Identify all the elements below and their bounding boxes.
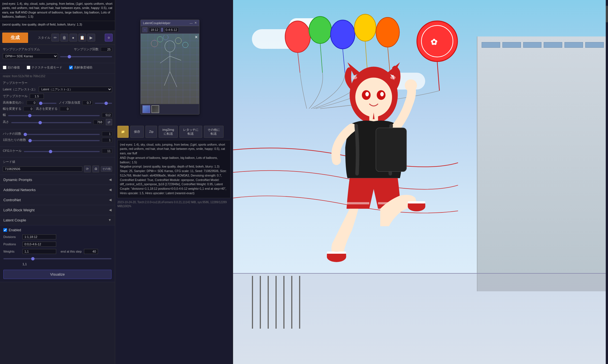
- helper-image-close-icon[interactable]: ✕: [195, 35, 198, 39]
- helper-grid-overlay: [141, 34, 199, 104]
- sampling-count-slider[interactable]: [60, 56, 112, 57]
- dynamic-prompts-header[interactable]: Dynamic Prompts ◀: [0, 175, 115, 185]
- other-button[interactable]: その他に転送: [204, 126, 224, 138]
- seed-input[interactable]: [3, 166, 82, 171]
- controlnet-header[interactable]: ControlNet ◀: [0, 195, 115, 205]
- hires-value-input[interactable]: [27, 100, 37, 105]
- lc-weights-input[interactable]: [22, 249, 56, 254]
- seed-etc-button[interactable]: その他: [101, 166, 112, 172]
- generate-button[interactable]: 生成: [2, 33, 28, 43]
- helper-thumb-2[interactable]: [151, 105, 159, 113]
- img2img-button[interactable]: img2imgに転送: [159, 126, 178, 138]
- cfg-value: 11: [102, 149, 112, 153]
- svg-point-32: [380, 92, 384, 96]
- lc-positions-input[interactable]: [22, 242, 56, 247]
- denoise-slider[interactable]: [95, 103, 112, 104]
- window: [564, 42, 583, 48]
- width-change-input[interactable]: [24, 107, 34, 111]
- hires-slider[interactable]: [39, 103, 56, 104]
- latent-couple-label: Latent Couple: [3, 218, 26, 222]
- retouch-button[interactable]: レタッチに転送: [179, 126, 202, 138]
- fence-post: [268, 276, 269, 329]
- lc-end-step-input[interactable]: [84, 249, 98, 254]
- sampling-count-input[interactable]: [101, 47, 112, 52]
- visualize-button[interactable]: Visualize: [3, 270, 111, 279]
- style-icon-3[interactable]: ●: [69, 34, 77, 42]
- batch-count-value: 1: [102, 132, 112, 136]
- face-restore-checkbox-label[interactable]: 顔の修復: [3, 65, 20, 70]
- upscaler-row: アップスケーラー: [3, 81, 112, 85]
- width-change-label: 幅を変更する: [3, 107, 21, 111]
- zip-button[interactable]: Zip: [145, 126, 157, 138]
- batch-count-slider[interactable]: [24, 134, 100, 135]
- fence-post: [291, 276, 292, 329]
- right-panel-scrollbar-thumb[interactable]: [606, 6, 608, 22]
- sampling-row: サンプリングアルゴリズム サンプリング回数: [3, 47, 112, 52]
- right-panel-scrollbar[interactable]: [606, 0, 608, 364]
- dynamic-prompts-label: Dynamic Prompts: [3, 178, 32, 182]
- middle-panel: LatentCoupleHelper — ✕ − 18:12 0-4:6-12 …: [115, 0, 233, 364]
- width-px-value: 512: [102, 113, 112, 117]
- character-area: [308, 55, 439, 328]
- hires-fix-checkbox[interactable]: [69, 66, 73, 69]
- height-slider[interactable]: [11, 122, 91, 123]
- denoise-value-input[interactable]: [83, 100, 93, 105]
- character-svg: [308, 55, 439, 328]
- helper-minimize-icon[interactable]: —: [190, 21, 193, 25]
- svg-rect-38: [327, 251, 346, 254]
- upscaler-controls: Latent（ニアレスト-エ） Latent（ニアレスト-エ）: [3, 87, 112, 92]
- svg-point-17: [354, 14, 376, 41]
- folder-button[interactable]: 📁: [117, 126, 129, 138]
- action-buttons-row: 📁 保存 Zip img2imgに転送 レタッチに転送 その他に転送: [117, 126, 231, 138]
- tile-generate-checkbox-label[interactable]: テクスチャ生成モード: [27, 65, 62, 70]
- width-slider[interactable]: [8, 115, 100, 116]
- helper-thumb-2-bg: [152, 106, 159, 113]
- helper-tool-minus[interactable]: −: [142, 27, 147, 32]
- style-extra-button[interactable]: ⚙: [105, 34, 113, 42]
- lc-divisions-label: Divisions: [3, 235, 20, 239]
- swap-dimensions-button[interactable]: ⇄: [106, 119, 112, 125]
- lora-block-header[interactable]: LoRA Block Weight ◀: [0, 205, 115, 215]
- denoise-label: ノイズ除去強度: [59, 100, 80, 105]
- latent-couple-helper-window: LatentCoupleHelper — ✕ − 18:12 0-4:6-12 …: [140, 20, 199, 115]
- svg-text:✿: ✿: [430, 38, 437, 47]
- dynamic-prompts-arrow: ◀: [109, 178, 111, 182]
- hires-slider-container: [39, 101, 56, 105]
- upscaler-method-select[interactable]: Latent（ニアレスト-エ）: [39, 87, 112, 92]
- helper-thumb-1[interactable]: [142, 105, 150, 113]
- lc-enabled-checkbox[interactable]: [3, 228, 7, 232]
- height-px-value: 768: [94, 120, 104, 124]
- cfg-slider[interactable]: [24, 151, 100, 152]
- style-icon-5[interactable]: ▶: [87, 34, 95, 42]
- lc-divisions-input[interactable]: [22, 234, 56, 239]
- width-label: 幅: [3, 113, 6, 117]
- seed-reuse-button[interactable]: ♻: [92, 166, 99, 172]
- hires-denoise-row: 高画像度化の： ノイズ除去強度: [3, 100, 112, 105]
- style-icon-4[interactable]: 📋: [78, 34, 86, 42]
- style-icon-1[interactable]: ✏: [51, 34, 59, 42]
- face-restore-checkbox[interactable]: [3, 66, 6, 69]
- helper-close-icon[interactable]: ✕: [194, 21, 197, 25]
- sampling-method-select[interactable]: DPM++ SDE Karras: [3, 53, 58, 59]
- additional-networks-header[interactable]: Additional Networks ◀: [0, 185, 115, 195]
- svg-point-15: [331, 20, 355, 49]
- fence-post: [275, 276, 277, 329]
- tile-generate-checkbox[interactable]: [27, 66, 30, 69]
- height-change-input[interactable]: [60, 107, 70, 111]
- scale-value-input[interactable]: [30, 94, 44, 99]
- seed-reset-button[interactable]: ⟳: [84, 166, 91, 172]
- lc-end-step-slider[interactable]: [3, 258, 111, 259]
- output-desc-text: (red eyes: 1.4), sky, cloud, solo, jumpi…: [120, 143, 227, 195]
- style-icon-2[interactable]: 🗑: [60, 34, 68, 42]
- save-button[interactable]: 保存: [130, 126, 144, 138]
- lc-divisions-row: Divisions: [3, 234, 111, 239]
- hires-fix-checkbox-label[interactable]: 高解像度補助: [69, 65, 92, 70]
- lc-weights-row: Weights end at this step: [3, 249, 111, 254]
- helper-value-1: 18:12: [149, 28, 160, 32]
- latent-couple-header[interactable]: Latent Couple ▼: [0, 215, 115, 225]
- negative-prompt[interactable]: (worst quality, low quality, depth of fi…: [0, 21, 115, 31]
- batch-size-slider[interactable]: [28, 140, 100, 141]
- scale-label: でアップスケール: [3, 94, 28, 98]
- additional-networks-label: Additional Networks: [3, 188, 36, 192]
- positive-prompt[interactable]: (red eyes: 1.4), sky, cloud, solo, jumpi…: [0, 0, 115, 21]
